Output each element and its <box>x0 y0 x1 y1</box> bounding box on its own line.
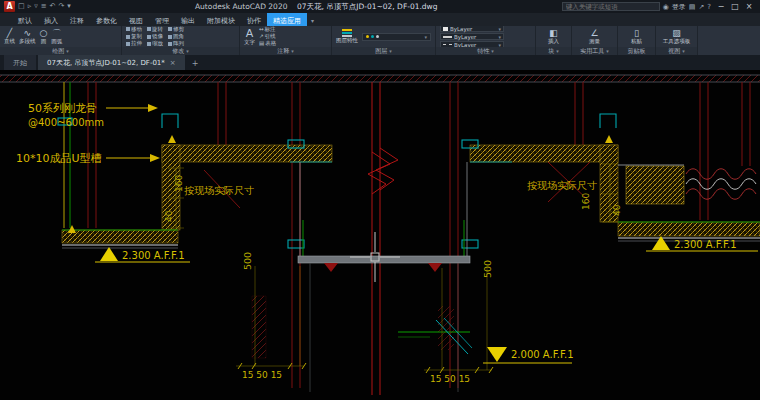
tab-start[interactable]: 开始 <box>4 55 36 70</box>
panel-utilities: ∠ 测量 实用工具▾ <box>572 26 618 55</box>
insert-icon: ◧ <box>549 29 558 38</box>
share-icon[interactable]: ↗ <box>698 3 704 11</box>
color-swatch-icon <box>443 27 448 31</box>
autocad-window: A □ ▹ ▿ ≡ ↶ ↷ ▾ Autodesk AutoCAD 2020 07… <box>0 0 760 400</box>
chevron-down-icon[interactable]: ▾ <box>66 48 69 54</box>
drawing-area[interactable]: 50系列刚龙骨 @400~600mm 10*10成品U型槽 按现场实际尺寸 按现… <box>0 70 760 400</box>
lineweight-dropdown[interactable]: ByLayer ▾ <box>440 33 504 40</box>
chevron-down-icon[interactable]: ▾ <box>606 48 609 54</box>
measure-tool[interactable]: ∠ 测量 <box>589 29 600 45</box>
polyline-tool[interactable]: ∿ 多段线 <box>19 29 36 45</box>
rotate-tool[interactable]: 旋转 <box>147 26 163 33</box>
recess-structure <box>252 162 472 392</box>
leader-tool[interactable]: ↗引线 <box>259 33 276 40</box>
elevation-right-text: 2.300 A.F.F.1 <box>674 239 737 250</box>
center-stud-with-break <box>368 82 398 395</box>
qat-dropdown-icon[interactable]: ▾ <box>67 3 71 10</box>
layer-freeze-icon[interactable] <box>371 35 374 38</box>
dimension-icon: ↔ <box>259 26 264 33</box>
keel-spec-label-line2: @400~600mm <box>28 117 104 128</box>
arc-tool[interactable]: ⌒ 圆弧 <box>51 29 62 45</box>
leader-icon: ↗ <box>259 33 264 40</box>
sign-in-button[interactable]: 登录 <box>672 2 686 12</box>
undo-icon[interactable]: ↶ <box>50 3 56 10</box>
paste-tool[interactable]: ▯ 粘贴 <box>631 29 642 45</box>
panel-block: ◧ 插入 块▾ <box>536 26 572 55</box>
keel-spec-label-line1: 50系列刚龙骨 <box>28 102 97 115</box>
copy-tool[interactable]: 复制 <box>126 33 142 40</box>
user-icon[interactable]: ◉ <box>663 3 669 11</box>
stretch-tool[interactable]: 拉伸 <box>126 40 142 47</box>
panel-layers: 图层特性 ▾ 图层▾ <box>332 26 436 55</box>
insert-block-tool[interactable]: ◧ 插入 <box>548 29 559 45</box>
quick-access-toolbar: □ ▹ ▿ ≡ ↶ ↷ ▾ <box>18 3 71 10</box>
text-tool[interactable]: A 文字 <box>244 28 255 46</box>
ribbon-tab-view[interactable]: 视图 <box>123 13 149 26</box>
app-store-icon[interactable]: ▤ <box>689 3 696 11</box>
chevron-down-icon[interactable]: ▾ <box>498 34 501 40</box>
chevron-down-icon[interactable]: ▾ <box>491 48 494 54</box>
save-icon[interactable]: ▿ <box>34 3 38 10</box>
layer-properties-tool[interactable]: 图层特性 <box>336 29 358 44</box>
layer-on-icon[interactable] <box>366 35 369 38</box>
minimize-button[interactable]: − <box>714 2 728 11</box>
chevron-down-icon[interactable]: ▾ <box>556 48 559 54</box>
close-tab-icon[interactable]: × <box>170 59 176 67</box>
dim-160-right: 160 <box>581 193 591 210</box>
active-document-name: 07天花, 吊顶节点JD-01~02, DF-01* <box>47 58 165 68</box>
new-file-icon[interactable]: □ <box>18 3 25 10</box>
elevation-center-text: 2.000 A.F.F.1 <box>511 349 574 360</box>
autocad-logo-icon[interactable]: A <box>4 1 15 12</box>
dimension-tool[interactable]: ↔标注 <box>259 26 276 33</box>
ribbon-tab-overflow-icon[interactable]: ▾ <box>307 13 318 26</box>
dim-40-right: 40 <box>612 204 622 216</box>
scale-tool[interactable]: 缩放 <box>147 40 163 47</box>
mirror-tool[interactable]: 镜像 <box>147 33 163 40</box>
search-input[interactable] <box>562 2 660 11</box>
layer-dropdown[interactable]: ▾ <box>362 33 431 41</box>
palette-icon: ▨ <box>672 29 681 38</box>
redo-icon[interactable]: ↷ <box>58 3 64 10</box>
ribbon-tab-output[interactable]: 输出 <box>175 13 201 26</box>
site-dim-label-left: 按现场实际尺寸 <box>184 185 254 196</box>
color-dropdown[interactable]: ByLayer ▾ <box>440 26 504 32</box>
chevron-down-icon[interactable]: ▾ <box>389 48 392 54</box>
ribbon-tab-insert[interactable]: 插入 <box>38 13 64 26</box>
insulation-waves <box>686 169 756 200</box>
measure-icon: ∠ <box>590 29 598 38</box>
ribbon-tab-addins[interactable]: 附加模块 <box>201 13 241 26</box>
chevron-down-icon[interactable]: ▾ <box>186 48 189 54</box>
title-bar: A □ ▹ ▿ ≡ ↶ ↷ ▾ Autodesk AutoCAD 2020 07… <box>0 0 760 13</box>
ribbon-tab-featured-apps[interactable]: 精选应用 <box>267 13 307 26</box>
line-tool[interactable]: ╱ 直线 <box>4 29 15 45</box>
chevron-down-icon[interactable]: ▾ <box>682 48 685 54</box>
plot-icon[interactable]: ≡ <box>41 3 47 10</box>
new-tab-button[interactable]: + <box>187 57 204 70</box>
tool-palettes-tool[interactable]: ▨ 工具选项板 <box>663 29 691 45</box>
help-icon[interactable]: ? <box>707 3 711 11</box>
chevron-down-icon[interactable]: ▾ <box>424 34 427 40</box>
ribbon-tab-default[interactable]: 默认 <box>12 13 38 26</box>
tab-active-document[interactable]: 07天花, 吊顶节点JD-01~02, DF-01* × <box>38 55 185 70</box>
chevron-down-icon[interactable]: ▾ <box>498 26 501 32</box>
ribbon-tab-annotate[interactable]: 注释 <box>64 13 90 26</box>
move-tool[interactable]: 移动 <box>126 26 142 33</box>
chevron-down-icon[interactable]: ▾ <box>291 48 294 54</box>
panel-view: ▨ 工具选项板 视图▾ <box>656 26 698 55</box>
layer-lock-icon[interactable] <box>376 35 379 38</box>
trim-tool[interactable]: 修剪 <box>168 26 184 33</box>
stretch-icon <box>126 42 130 46</box>
dim-160-left: 160 <box>174 175 184 192</box>
line-label: 直线 <box>4 38 15 45</box>
ribbon-tab-collaborate[interactable]: 协作 <box>241 13 267 26</box>
annotation-leaders <box>68 104 613 233</box>
table-tool[interactable]: ▤表格 <box>259 40 276 47</box>
drawing-canvas[interactable]: 50系列刚龙骨 @400~600mm 10*10成品U型槽 按现场实际尺寸 按现… <box>0 70 760 400</box>
circle-tool[interactable]: ○ 圆 <box>40 29 48 45</box>
maximize-button[interactable]: □ <box>728 2 742 11</box>
fillet-tool[interactable]: 圆角 <box>168 33 184 40</box>
ribbon-tab-parametric[interactable]: 参数化 <box>90 13 123 26</box>
close-button[interactable]: × <box>742 2 756 11</box>
open-file-icon[interactable]: ▹ <box>28 3 32 10</box>
ribbon-tab-manage[interactable]: 管理 <box>149 13 175 26</box>
